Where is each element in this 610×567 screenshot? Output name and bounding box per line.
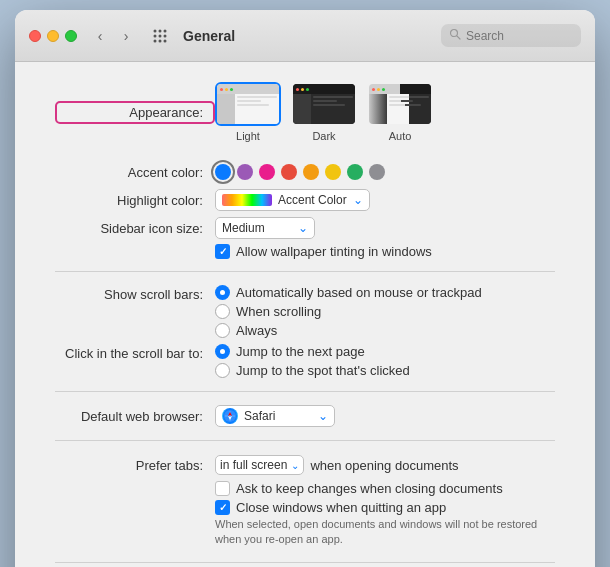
grid-icon[interactable] <box>149 25 171 47</box>
scroll-scrolling-label: When scrolling <box>236 304 321 319</box>
nav-buttons: ‹ › <box>89 25 137 47</box>
svg-point-8 <box>164 39 167 42</box>
appearance-option-dark[interactable]: Dark <box>291 82 357 142</box>
appearance-option-light[interactable]: Light <box>215 82 281 142</box>
wallpaper-tinting-label: Allow wallpaper tinting in windows <box>236 244 432 259</box>
prefer-tabs-dropdown[interactable]: in full screen ⌄ <box>215 455 304 475</box>
highlight-gradient <box>222 194 272 206</box>
prefer-tabs-suffix: when opening documents <box>310 458 458 473</box>
maximize-button[interactable] <box>65 30 77 42</box>
accent-green[interactable] <box>347 164 363 180</box>
click-next-page-option[interactable]: Jump to the next page <box>215 344 410 359</box>
accent-color-label: Accent color: <box>55 165 215 180</box>
search-box[interactable] <box>441 24 581 47</box>
click-next-page-radio[interactable] <box>215 344 230 359</box>
accent-yellow[interactable] <box>325 164 341 180</box>
default-browser-row: Default web browser: <box>55 402 555 430</box>
divider-3 <box>55 440 555 441</box>
accent-colors <box>215 164 385 180</box>
highlight-color-label: Highlight color: <box>55 193 215 208</box>
highlight-arrow-icon: ⌄ <box>353 193 363 207</box>
scroll-always-label: Always <box>236 323 277 338</box>
default-browser-dropdown[interactable]: Safari ⌄ <box>215 405 335 427</box>
sidebar-icon-size-label: Sidebar icon size: <box>55 221 215 236</box>
window: ‹ › General <box>15 10 595 567</box>
search-input[interactable] <box>466 29 573 43</box>
scroll-auto-label: Automatically based on mouse or trackpad <box>236 285 482 300</box>
scroll-always-option[interactable]: Always <box>215 323 482 338</box>
close-windows-checkbox[interactable] <box>215 500 230 515</box>
appearance-thumb-dark <box>291 82 357 126</box>
scroll-auto-option[interactable]: Automatically based on mouse or trackpad <box>215 285 482 300</box>
content: Appearance: <box>15 62 595 567</box>
accent-red[interactable] <box>281 164 297 180</box>
show-scroll-bars-options: Automatically based on mouse or trackpad… <box>215 285 482 338</box>
accent-graphite[interactable] <box>369 164 385 180</box>
sidebar-icon-size-arrow-icon: ⌄ <box>298 221 308 235</box>
svg-point-6 <box>154 39 157 42</box>
scroll-auto-radio[interactable] <box>215 285 230 300</box>
scroll-scrolling-radio[interactable] <box>215 304 230 319</box>
default-browser-label: Default web browser: <box>55 409 215 424</box>
accent-purple[interactable] <box>237 164 253 180</box>
svg-point-1 <box>159 29 162 32</box>
svg-line-10 <box>457 36 460 39</box>
wallpaper-tinting-row: Allow wallpaper tinting in windows <box>215 242 555 261</box>
divider-4 <box>55 562 555 563</box>
accent-color-control <box>215 164 555 180</box>
close-windows-note: When selected, open documents and window… <box>215 517 555 552</box>
svg-point-0 <box>154 29 157 32</box>
prefer-tabs-row: Prefer tabs: in full screen ⌄ when openi… <box>55 451 555 479</box>
back-button[interactable]: ‹ <box>89 25 111 47</box>
content-wrapper: Appearance: <box>15 62 595 567</box>
click-spot-radio[interactable] <box>215 363 230 378</box>
accent-blue[interactable] <box>215 164 231 180</box>
ask-keep-changes-checkbox[interactable] <box>215 481 230 496</box>
close-windows-label: Close windows when quitting an app <box>236 500 446 515</box>
appearance-auto-label: Auto <box>389 130 412 142</box>
divider-1 <box>55 271 555 272</box>
search-icon <box>449 28 461 43</box>
sidebar-icon-size-dropdown[interactable]: Medium ⌄ <box>215 217 315 239</box>
wallpaper-tinting-checkbox[interactable] <box>215 244 230 259</box>
prefer-tabs-arrow-icon: ⌄ <box>291 460 299 471</box>
appearance-options: Light <box>215 82 433 142</box>
appearance-option-auto[interactable]: Auto <box>367 82 433 142</box>
prefer-tabs-label: Prefer tabs: <box>55 458 215 473</box>
prefer-tabs-value: in full screen <box>220 458 287 472</box>
svg-point-2 <box>164 29 167 32</box>
ask-keep-changes-row: Ask to keep changes when closing documen… <box>215 479 555 498</box>
default-browser-arrow-icon: ⌄ <box>318 409 328 423</box>
safari-icon <box>222 408 238 424</box>
sidebar-icon-size-value: Medium <box>222 221 292 235</box>
show-scroll-bars-label: Show scroll bars: <box>55 285 215 302</box>
appearance-label: Appearance: <box>55 101 215 124</box>
minimize-button[interactable] <box>47 30 59 42</box>
close-windows-row: Close windows when quitting an app <box>215 498 555 517</box>
default-browser-value: Safari <box>244 409 312 423</box>
forward-button[interactable]: › <box>115 25 137 47</box>
traffic-lights <box>29 30 77 42</box>
scroll-always-radio[interactable] <box>215 323 230 338</box>
default-browser-control: Safari ⌄ <box>215 405 555 427</box>
close-button[interactable] <box>29 30 41 42</box>
svg-point-5 <box>164 34 167 37</box>
appearance-thumb-light <box>215 82 281 126</box>
click-spot-option[interactable]: Jump to the spot that's clicked <box>215 363 410 378</box>
click-next-page-label: Jump to the next page <box>236 344 365 359</box>
highlight-value: Accent Color <box>278 193 347 207</box>
highlight-picker[interactable]: Accent Color ⌄ <box>215 189 370 211</box>
ask-keep-changes-label: Ask to keep changes when closing documen… <box>236 481 503 496</box>
highlight-color-control: Accent Color ⌄ <box>215 189 555 211</box>
sidebar-icon-size-control: Medium ⌄ <box>215 217 555 239</box>
click-spot-label: Jump to the spot that's clicked <box>236 363 410 378</box>
click-scroll-bar-row: Click in the scroll bar to: Jump to the … <box>55 341 555 381</box>
scroll-scrolling-option[interactable]: When scrolling <box>215 304 482 319</box>
appearance-light-label: Light <box>236 130 260 142</box>
appearance-dark-label: Dark <box>312 130 335 142</box>
svg-point-7 <box>159 39 162 42</box>
highlight-color-row: Highlight color: Accent Color ⌄ <box>55 186 555 214</box>
accent-pink[interactable] <box>259 164 275 180</box>
accent-orange[interactable] <box>303 164 319 180</box>
titlebar: ‹ › General <box>15 10 595 62</box>
